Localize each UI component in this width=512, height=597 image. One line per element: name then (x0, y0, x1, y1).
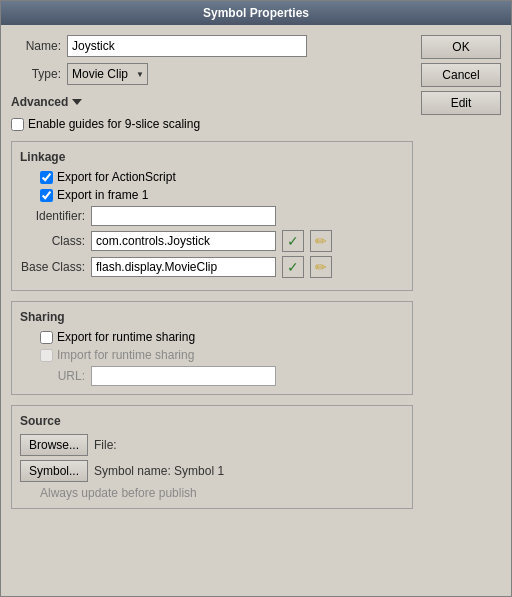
identifier-label: Identifier: (20, 209, 85, 223)
base-class-input[interactable] (91, 257, 276, 277)
linkage-title: Linkage (20, 150, 404, 164)
advanced-label: Advanced (11, 95, 68, 109)
name-label: Name: (11, 39, 61, 53)
nine-slice-checkbox[interactable] (11, 118, 24, 131)
source-section: Source Browse... File: Symbol... Symbol … (11, 405, 413, 509)
nine-slice-label: Enable guides for 9-slice scaling (28, 117, 200, 131)
type-row: Type: Movie Clip Button Graphic (11, 63, 413, 85)
base-check-icon: ✓ (287, 259, 299, 275)
class-edit-button[interactable]: ✏ (310, 230, 332, 252)
export-frame1-row: Export in frame 1 (40, 188, 404, 202)
symbol-button[interactable]: Symbol... (20, 460, 88, 482)
base-class-label: Base Class: (20, 260, 85, 274)
title-bar: Symbol Properties (1, 1, 511, 25)
file-label: File: (94, 438, 117, 452)
url-row: URL: (20, 366, 404, 386)
advanced-section[interactable]: Advanced (11, 95, 413, 109)
symbol-properties-dialog: Symbol Properties Name: Type: Movie Clip… (0, 0, 512, 597)
url-input[interactable] (91, 366, 276, 386)
base-class-edit-button[interactable]: ✏ (310, 256, 332, 278)
export-runtime-checkbox[interactable] (40, 331, 53, 344)
import-runtime-row: Import for runtime sharing (40, 348, 404, 362)
export-frame1-checkbox[interactable] (40, 189, 53, 202)
edit-button[interactable]: Edit (421, 91, 501, 115)
export-runtime-row: Export for runtime sharing (40, 330, 404, 344)
base-class-check-button[interactable]: ✓ (282, 256, 304, 278)
linkage-section: Linkage Export for ActionScript Export i… (11, 141, 413, 291)
ok-button[interactable]: OK (421, 35, 501, 59)
always-update-row: Always update before publish (40, 486, 404, 500)
source-title: Source (20, 414, 404, 428)
advanced-collapse-icon (72, 99, 82, 105)
import-runtime-checkbox[interactable] (40, 349, 53, 362)
always-update-label: Always update before publish (40, 486, 197, 500)
cancel-button[interactable]: Cancel (421, 63, 501, 87)
class-label: Class: (20, 234, 85, 248)
type-label: Type: (11, 67, 61, 81)
type-select-container: Movie Clip Button Graphic (67, 63, 148, 85)
check-icon: ✓ (287, 233, 299, 249)
identifier-row: Identifier: (20, 206, 404, 226)
base-pencil-icon: ✏ (315, 259, 327, 275)
name-input[interactable] (67, 35, 307, 57)
class-input[interactable] (91, 231, 276, 251)
url-label: URL: (20, 369, 85, 383)
symbol-row: Symbol... Symbol name: Symbol 1 (20, 460, 404, 482)
export-frame1-label: Export in frame 1 (57, 188, 148, 202)
left-panel: Name: Type: Movie Clip Button Graphic Ad… (11, 35, 413, 586)
import-runtime-label: Import for runtime sharing (57, 348, 194, 362)
type-select[interactable]: Movie Clip Button Graphic (67, 63, 148, 85)
export-actionscript-row: Export for ActionScript (40, 170, 404, 184)
sharing-title: Sharing (20, 310, 404, 324)
browse-button[interactable]: Browse... (20, 434, 88, 456)
name-row: Name: (11, 35, 413, 57)
export-actionscript-label: Export for ActionScript (57, 170, 176, 184)
export-runtime-label: Export for runtime sharing (57, 330, 195, 344)
right-panel: OK Cancel Edit (421, 35, 501, 586)
export-actionscript-checkbox[interactable] (40, 171, 53, 184)
browse-row: Browse... File: (20, 434, 404, 456)
symbol-name-label: Symbol name: Symbol 1 (94, 464, 224, 478)
pencil-icon: ✏ (315, 233, 327, 249)
nine-slice-row: Enable guides for 9-slice scaling (11, 117, 413, 131)
dialog-title: Symbol Properties (203, 6, 309, 20)
sharing-section: Sharing Export for runtime sharing Impor… (11, 301, 413, 395)
class-row: Class: ✓ ✏ (20, 230, 404, 252)
class-check-button[interactable]: ✓ (282, 230, 304, 252)
base-class-row: Base Class: ✓ ✏ (20, 256, 404, 278)
identifier-input[interactable] (91, 206, 276, 226)
